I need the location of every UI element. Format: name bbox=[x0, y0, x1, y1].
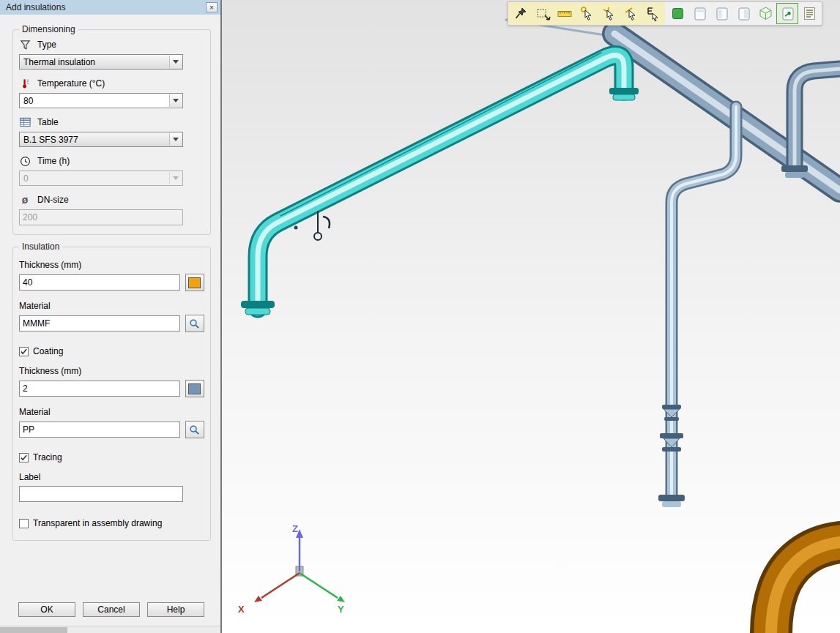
dn-size-input[interactable] bbox=[19, 209, 183, 225]
y-axis-label: Y bbox=[338, 604, 344, 615]
insulation-thickness-input[interactable] bbox=[19, 274, 180, 291]
valve-flange bbox=[664, 417, 679, 421]
tracing-line bbox=[280, 53, 601, 216]
dimensioning-group-label: Dimensioning bbox=[19, 24, 78, 34]
dialog-title: Add insulations bbox=[6, 2, 206, 12]
snap-tools-group bbox=[508, 2, 665, 25]
insulation-group: Insulation Thickness (mm) Material bbox=[12, 247, 211, 541]
orange-pipe[interactable] bbox=[771, 542, 840, 633]
application-window: Add insulations × Dimensioning Type Ther… bbox=[0, 0, 840, 633]
transparent-checkbox[interactable]: Transparent in assembly drawing bbox=[19, 518, 204, 528]
z-axis-label: Z bbox=[292, 523, 298, 534]
flange bbox=[613, 94, 635, 100]
flange bbox=[609, 88, 639, 94]
valve-flange bbox=[662, 405, 681, 409]
snap-line-icon[interactable] bbox=[620, 3, 642, 24]
insulation-color-button[interactable] bbox=[185, 274, 204, 291]
temperature-select[interactable]: 80 bbox=[19, 93, 183, 108]
snap-point-icon[interactable] bbox=[576, 3, 598, 24]
small-pipe[interactable] bbox=[658, 107, 736, 507]
instrument-handwheel bbox=[314, 233, 321, 240]
view-iso-icon[interactable] bbox=[754, 3, 776, 24]
tracing-checkbox-label: Tracing bbox=[33, 452, 62, 462]
measure-icon[interactable] bbox=[554, 3, 576, 24]
insulated-cyan-pipe[interactable] bbox=[241, 53, 639, 315]
x-axis-label: X bbox=[238, 604, 245, 615]
flange bbox=[658, 495, 685, 501]
scrollbar-thumb[interactable] bbox=[0, 627, 67, 633]
coating-material-label: Material bbox=[19, 407, 204, 417]
close-icon: × bbox=[209, 4, 214, 12]
chevron-down-icon bbox=[169, 172, 182, 184]
label-field-label: Label bbox=[19, 472, 204, 482]
time-select[interactable]: 0 bbox=[19, 171, 183, 186]
ok-button[interactable]: OK bbox=[18, 602, 75, 617]
temperature-select-value: 80 bbox=[23, 96, 33, 106]
insulation-thickness-label: Thickness (mm) bbox=[19, 260, 204, 270]
axes-icon bbox=[237, 526, 348, 621]
dn-size-label: DN-size bbox=[37, 195, 69, 205]
close-button[interactable]: × bbox=[206, 2, 218, 12]
table-select-value: B.1 SFS 3977 bbox=[23, 135, 78, 145]
coating-color-button[interactable] bbox=[185, 380, 204, 397]
view-list-icon[interactable] bbox=[798, 3, 820, 24]
insulation-group-label: Insulation bbox=[19, 241, 62, 252]
flange bbox=[241, 301, 275, 308]
table-select[interactable]: B.1 SFS 3977 bbox=[19, 132, 183, 147]
diameter-icon: ø bbox=[19, 194, 31, 206]
chevron-down-icon bbox=[169, 94, 182, 107]
type-select-value: Thermal insulation bbox=[23, 57, 95, 67]
transparent-checkbox-box bbox=[19, 519, 29, 528]
coating-thickness-label: Thickness (mm) bbox=[19, 366, 204, 376]
view-front-icon[interactable] bbox=[688, 3, 710, 24]
coating-material-search-button[interactable] bbox=[185, 421, 204, 438]
coating-thickness-input[interactable] bbox=[19, 381, 180, 397]
add-insulations-dialog: Add insulations × Dimensioning Type Ther… bbox=[0, 0, 222, 633]
filter-icon bbox=[19, 39, 31, 50]
viewport-toolbar bbox=[508, 1, 822, 26]
type-select[interactable]: Thermal insulation bbox=[19, 54, 183, 70]
time-label: Time (h) bbox=[37, 156, 70, 166]
horizontal-scrollbar[interactable] bbox=[0, 626, 220, 633]
valve-flange bbox=[662, 447, 681, 452]
clock-icon bbox=[19, 155, 31, 167]
flange bbox=[662, 501, 681, 507]
dimensioning-group: Dimensioning Type Thermal insulation Tem… bbox=[12, 29, 211, 235]
coating-material-input[interactable] bbox=[19, 422, 180, 438]
3d-viewport[interactable]: Z X Y bbox=[222, 0, 840, 633]
help-button[interactable]: Help bbox=[147, 602, 204, 617]
insulation-material-search-button[interactable] bbox=[185, 315, 204, 332]
zoom-region-icon[interactable] bbox=[532, 3, 554, 24]
snap-axis-icon[interactable] bbox=[598, 3, 620, 24]
time-select-value: 0 bbox=[23, 173, 29, 184]
flange bbox=[245, 308, 270, 315]
render-mode-icon[interactable] bbox=[666, 3, 688, 24]
insulation-material-input[interactable] bbox=[19, 315, 180, 332]
label-input[interactable] bbox=[19, 486, 183, 502]
chevron-down-icon bbox=[169, 133, 182, 146]
table-label: Table bbox=[37, 117, 59, 127]
tracing-checkbox[interactable]: Tracing bbox=[19, 452, 204, 462]
coating-color-swatch bbox=[188, 383, 201, 394]
select-element-icon[interactable] bbox=[642, 3, 664, 24]
active-view-icon[interactable] bbox=[776, 3, 798, 24]
drain-point bbox=[294, 226, 298, 230]
view-side-icon[interactable] bbox=[732, 3, 754, 24]
flange bbox=[785, 172, 804, 178]
cancel-button[interactable]: Cancel bbox=[83, 602, 140, 617]
coating-checkbox-label: Coating bbox=[33, 346, 63, 356]
instrument-lever bbox=[323, 217, 330, 228]
pin-icon[interactable] bbox=[510, 3, 532, 24]
search-icon bbox=[189, 424, 200, 435]
valve-flange bbox=[660, 433, 683, 438]
table-icon bbox=[19, 116, 31, 128]
view-top-icon[interactable] bbox=[710, 3, 732, 24]
chevron-down-icon bbox=[169, 56, 182, 68]
tracing-checkbox-box bbox=[19, 453, 29, 462]
coating-checkbox-box bbox=[19, 347, 29, 356]
coating-checkbox[interactable]: Coating bbox=[19, 346, 204, 356]
dialog-titlebar: Add insulations × bbox=[0, 0, 220, 15]
search-icon bbox=[189, 318, 200, 329]
transparent-checkbox-label: Transparent in assembly drawing bbox=[33, 518, 162, 528]
insulation-color-swatch bbox=[188, 277, 201, 288]
